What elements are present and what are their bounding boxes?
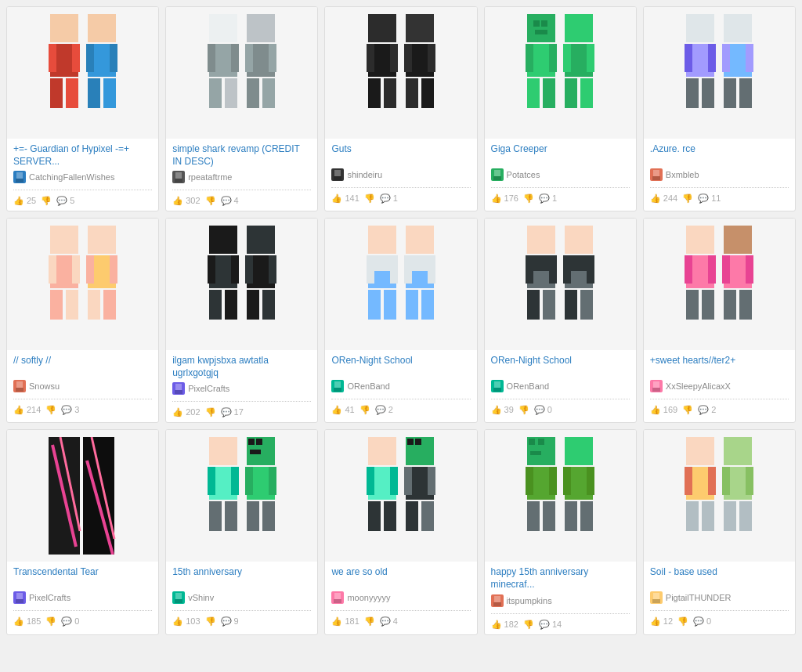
thumbs-up-icon[interactable]: [650, 616, 661, 627]
thumbs-up-icon[interactable]: [331, 616, 342, 627]
comment-icon[interactable]: [61, 404, 72, 415]
author-name[interactable]: CatchingFallenWishes: [29, 172, 114, 182]
dislikes-group[interactable]: [523, 193, 534, 204]
dislikes-group[interactable]: [41, 195, 52, 206]
comments-group[interactable]: 11: [698, 193, 721, 204]
likes-group[interactable]: 244: [650, 193, 677, 204]
comments-group[interactable]: 9: [221, 616, 239, 627]
skin-card-12[interactable]: 15th anniversary vShinv 103 9: [165, 429, 318, 634]
comments-group[interactable]: 4: [221, 195, 239, 206]
comment-icon[interactable]: [375, 404, 386, 415]
thumbs-up-icon[interactable]: [491, 619, 502, 630]
likes-group[interactable]: 185: [13, 616, 41, 627]
comment-icon[interactable]: [221, 195, 232, 206]
comment-icon[interactable]: [693, 616, 704, 627]
skin-title[interactable]: ORen-Night School: [331, 355, 470, 377]
comment-icon[interactable]: [61, 616, 72, 627]
thumbs-up-icon[interactable]: [650, 193, 661, 204]
thumbs-up-icon[interactable]: [331, 193, 342, 204]
author-name[interactable]: PigtailTHUNDER: [666, 593, 732, 602]
likes-group[interactable]: 181: [331, 616, 359, 627]
author-name[interactable]: shindeiru: [347, 170, 382, 179]
thumbs-up-icon[interactable]: [331, 404, 342, 415]
comment-icon[interactable]: [539, 619, 550, 630]
skin-title[interactable]: +=- Guardian of Hypixel -=+ SERVER...: [13, 143, 152, 168]
thumbs-down-icon[interactable]: [359, 404, 370, 415]
likes-group[interactable]: 39: [491, 404, 514, 415]
thumbs-up-icon[interactable]: [650, 404, 661, 415]
skin-title[interactable]: Giga Creeper: [491, 143, 630, 165]
comments-group[interactable]: 3: [61, 404, 79, 415]
skin-title[interactable]: 15th anniversary: [172, 566, 311, 588]
thumbs-down-icon[interactable]: [518, 404, 529, 415]
thumbs-up-icon[interactable]: [172, 195, 183, 206]
skin-card-14[interactable]: happy 15th anniversary minecraf... itspu…: [484, 429, 637, 634]
skin-title[interactable]: +sweet hearts//ter2+: [650, 355, 789, 377]
comment-icon[interactable]: [56, 195, 67, 206]
comment-icon[interactable]: [534, 404, 545, 415]
comments-group[interactable]: 1: [539, 193, 557, 204]
comment-icon[interactable]: [380, 193, 391, 204]
author-name[interactable]: ORenBand: [507, 381, 549, 391]
thumbs-up-icon[interactable]: [13, 404, 24, 415]
thumbs-down-icon[interactable]: [523, 619, 534, 630]
author-name[interactable]: PixelCrafts: [29, 593, 70, 602]
skin-title[interactable]: Guts: [331, 143, 470, 165]
likes-group[interactable]: 141: [331, 193, 359, 204]
comment-icon[interactable]: [221, 616, 232, 627]
dislikes-group[interactable]: [205, 616, 216, 627]
comments-group[interactable]: 4: [380, 616, 398, 627]
comment-icon[interactable]: [221, 406, 232, 417]
thumbs-down-icon[interactable]: [45, 616, 56, 627]
thumbs-down-icon[interactable]: [205, 195, 216, 206]
likes-group[interactable]: 302: [172, 195, 200, 206]
dislikes-group[interactable]: [45, 404, 56, 415]
dislikes-group[interactable]: [364, 193, 375, 204]
comments-group[interactable]: 0: [534, 404, 552, 415]
dislikes-group[interactable]: [682, 193, 693, 204]
thumbs-down-icon[interactable]: [682, 404, 693, 415]
dislikes-group[interactable]: [682, 404, 693, 415]
likes-group[interactable]: 169: [650, 404, 677, 415]
thumbs-down-icon[interactable]: [41, 195, 52, 206]
author-name[interactable]: rpeataftrme: [188, 172, 232, 182]
thumbs-down-icon[interactable]: [523, 193, 534, 204]
skin-title[interactable]: simple shark revamp (CREDIT IN DESC): [172, 143, 311, 168]
skin-card-9[interactable]: ORen-Night School ORenBand 39 0: [484, 218, 637, 423]
comments-group[interactable]: 14: [539, 619, 562, 630]
comments-group[interactable]: 17: [221, 406, 244, 417]
dislikes-group[interactable]: [364, 616, 375, 627]
likes-group[interactable]: 182: [491, 619, 518, 630]
thumbs-up-icon[interactable]: [13, 195, 24, 206]
skin-card-7[interactable]: ilgam kwpjsbxa awtatla ugrlxgotgjq Pixel…: [165, 218, 318, 423]
dislikes-group[interactable]: [205, 195, 216, 206]
thumbs-up-icon[interactable]: [172, 406, 183, 417]
skin-title[interactable]: // softly //: [13, 355, 152, 377]
dislikes-group[interactable]: [359, 404, 370, 415]
dislikes-group[interactable]: [205, 406, 216, 417]
thumbs-up-icon[interactable]: [172, 616, 183, 627]
comments-group[interactable]: 5: [56, 195, 74, 206]
comments-group[interactable]: 1: [380, 193, 398, 204]
skin-card-15[interactable]: Soil - base used PigtailTHUNDER 12 0: [643, 429, 796, 634]
likes-group[interactable]: 214: [13, 404, 41, 415]
author-name[interactable]: XxSleepyAlicaxX: [666, 381, 731, 391]
likes-group[interactable]: 176: [491, 193, 518, 204]
skin-title[interactable]: happy 15th anniversary minecraf...: [491, 566, 630, 591]
thumbs-down-icon[interactable]: [205, 616, 216, 627]
thumbs-down-icon[interactable]: [364, 616, 375, 627]
skin-title[interactable]: .Azure. rce: [650, 143, 789, 165]
author-name[interactable]: vShinv: [188, 593, 214, 602]
comments-group[interactable]: 2: [698, 404, 716, 415]
skin-card-13[interactable]: we are so old moonyyyyy 181 4: [324, 429, 477, 634]
skin-card-2[interactable]: simple shark revamp (CREDIT IN DESC) rpe…: [165, 6, 318, 211]
skin-card-11[interactable]: Transcendental Tear PixelCrafts 185 0: [6, 429, 159, 634]
likes-group[interactable]: 41: [331, 404, 354, 415]
author-name[interactable]: ORenBand: [347, 381, 389, 391]
likes-group[interactable]: 103: [172, 616, 200, 627]
thumbs-down-icon[interactable]: [45, 404, 56, 415]
skin-card-8[interactable]: ORen-Night School ORenBand 41 2: [324, 218, 477, 423]
thumbs-up-icon[interactable]: [491, 193, 502, 204]
thumbs-down-icon[interactable]: [677, 616, 688, 627]
skin-card-4[interactable]: Giga Creeper Potatces 176 1: [484, 6, 637, 211]
